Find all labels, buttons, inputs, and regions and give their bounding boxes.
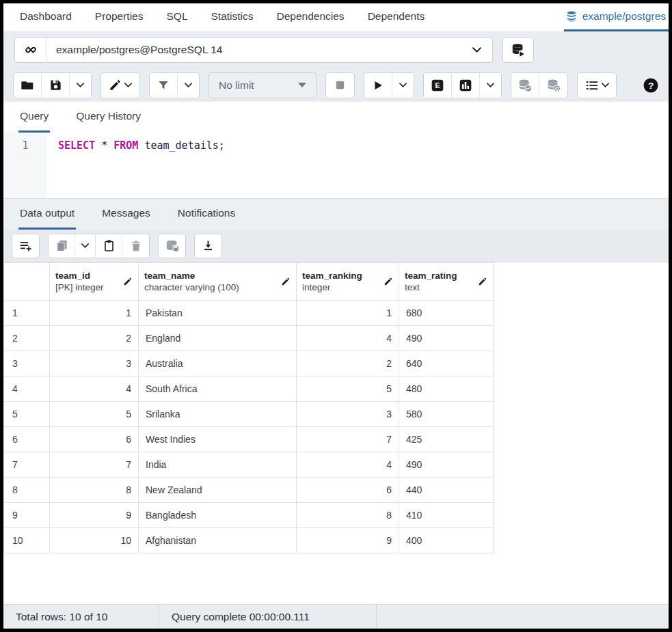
tab-dependencies[interactable]: Dependencies [275, 3, 346, 31]
tab-data-output[interactable]: Data output [18, 199, 76, 230]
row-number-cell[interactable]: 1 [4, 301, 50, 326]
filter-button[interactable] [150, 73, 178, 98]
data-cell[interactable]: 4 [297, 452, 399, 478]
row-number-cell[interactable]: 2 [4, 326, 50, 351]
tab-dependents[interactable]: Dependents [366, 3, 427, 31]
data-cell[interactable]: 580 [399, 402, 494, 427]
table-row: 99Bangladesh8410 [4, 503, 494, 528]
data-cell[interactable]: 440 [399, 478, 494, 503]
data-cell[interactable]: 6 [297, 478, 399, 503]
stop-button[interactable] [326, 73, 354, 98]
data-cell[interactable]: New Zealand [139, 478, 297, 503]
row-number-cell[interactable]: 3 [4, 351, 50, 376]
filter-options-button[interactable] [178, 73, 199, 98]
row-number-cell[interactable]: 10 [4, 528, 50, 553]
commit-button[interactable] [511, 73, 539, 98]
save-data-changes-button[interactable] [159, 234, 185, 258]
data-cell[interactable]: 9 [297, 528, 399, 553]
data-cell[interactable]: 6 [50, 427, 139, 452]
rollback-icon [546, 78, 561, 93]
edit-button[interactable] [101, 73, 139, 98]
tab-query-history[interactable]: Query History [75, 102, 142, 133]
tab-sql[interactable]: SQL [165, 3, 189, 31]
row-number-cell[interactable]: 9 [4, 503, 50, 528]
column-header-team-rating[interactable]: team_rating text [399, 263, 494, 301]
data-cell[interactable]: India [139, 452, 297, 478]
copy-options-button[interactable] [75, 234, 96, 258]
help-button[interactable]: ? [643, 77, 659, 94]
save-file-button[interactable] [42, 73, 70, 98]
explain-button[interactable]: E [424, 73, 452, 98]
tab-query[interactable]: Query [18, 102, 50, 133]
tab-messages[interactable]: Messages [100, 199, 152, 230]
data-cell[interactable]: 1 [50, 301, 139, 326]
sql-editor[interactable]: 1 SELECT * FROM team_details; [3, 133, 669, 198]
macros-button[interactable] [578, 73, 616, 98]
explain-options-button[interactable] [480, 73, 501, 98]
data-cell[interactable]: 3 [50, 351, 139, 376]
column-header-team-id[interactable]: team_id [PK] integer [50, 263, 139, 301]
row-number-cell[interactable]: 6 [4, 427, 50, 452]
row-number-cell[interactable]: 4 [4, 376, 50, 402]
row-limit-select[interactable]: No limit [209, 72, 317, 98]
folder-open-icon [21, 79, 34, 92]
tab-properties[interactable]: Properties [94, 3, 145, 31]
column-header-team-name[interactable]: team_name character varying (100) [139, 263, 297, 301]
data-cell[interactable]: 1 [297, 301, 399, 326]
row-number-cell[interactable]: 5 [4, 402, 50, 427]
data-cell[interactable]: South Africa [139, 376, 297, 402]
tab-dashboard[interactable]: Dashboard [18, 3, 73, 31]
sql-code-area[interactable]: SELECT * FROM team_details; [47, 133, 669, 198]
data-cell[interactable]: 490 [399, 452, 494, 478]
data-cell[interactable]: Afghanistan [139, 528, 297, 553]
download-results-button[interactable] [195, 234, 221, 258]
corner-cell[interactable] [4, 263, 50, 301]
data-cell[interactable]: 5 [50, 402, 139, 427]
rollback-button[interactable] [539, 73, 567, 98]
open-file-button[interactable] [14, 73, 42, 98]
data-cell[interactable]: 4 [50, 376, 139, 402]
explain-analyze-button[interactable] [452, 73, 480, 98]
data-cell[interactable]: 425 [399, 427, 494, 452]
new-connection-button[interactable] [502, 37, 534, 63]
data-cell[interactable]: 4 [297, 326, 399, 351]
copy-button[interactable] [49, 234, 75, 258]
column-header-team-ranking[interactable]: team_ranking integer [297, 263, 399, 301]
data-cell[interactable]: Srilanka [139, 402, 297, 427]
data-cell[interactable]: 400 [399, 528, 494, 553]
chevron-down-icon [487, 83, 494, 87]
data-cell[interactable]: 490 [399, 326, 494, 351]
data-cell[interactable]: 3 [297, 402, 399, 427]
tab-query-tool-active[interactable]: example/postgres [564, 3, 669, 31]
data-cell[interactable]: 640 [399, 351, 494, 376]
add-row-button[interactable] [12, 234, 39, 258]
data-cell[interactable]: 9 [50, 503, 139, 528]
data-cell[interactable]: West Indies [139, 427, 297, 452]
file-button-group [13, 72, 92, 98]
data-cell[interactable]: 7 [297, 427, 399, 452]
data-cell[interactable]: 680 [399, 301, 494, 326]
paste-button[interactable] [96, 234, 122, 258]
data-cell[interactable]: 2 [297, 351, 399, 376]
tab-statistics[interactable]: Statistics [210, 3, 255, 31]
row-number-cell[interactable]: 8 [4, 478, 50, 503]
data-cell[interactable]: 2 [50, 326, 139, 351]
data-cell[interactable]: Bangladesh [139, 503, 297, 528]
data-cell[interactable]: England [139, 326, 297, 351]
delete-row-button[interactable] [122, 234, 149, 258]
connection-select[interactable]: example/postgres@PostgreSQL 14 [14, 37, 493, 63]
data-cell[interactable]: 5 [297, 376, 399, 402]
data-cell[interactable]: 8 [50, 478, 139, 503]
row-number-cell[interactable]: 7 [4, 452, 50, 478]
data-cell[interactable]: Pakistan [139, 301, 297, 326]
execute-options-button[interactable] [392, 73, 414, 98]
data-cell[interactable]: 410 [399, 503, 494, 528]
save-options-button[interactable] [70, 73, 91, 98]
data-cell[interactable]: 480 [399, 376, 494, 402]
data-cell[interactable]: 8 [297, 503, 399, 528]
tab-notifications[interactable]: Notifications [176, 199, 237, 230]
data-cell[interactable]: 10 [50, 528, 139, 553]
execute-button[interactable] [364, 73, 392, 98]
data-cell[interactable]: Australia [139, 351, 297, 376]
data-cell[interactable]: 7 [50, 452, 139, 478]
